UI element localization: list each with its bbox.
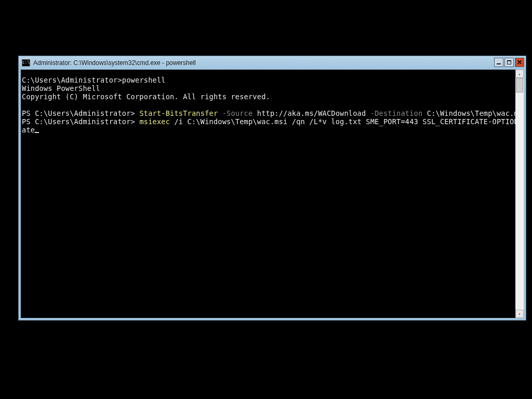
scroll-up-button[interactable]: ▴: [515, 70, 524, 78]
client-area: C:\Users\Administrator>powershell Window…: [21, 70, 524, 318]
param-destination: -Destination: [366, 109, 427, 117]
param-source: -Source: [218, 109, 257, 117]
cmd-text: powershell: [122, 76, 166, 84]
cmd-msiexec-wrap: ate: [22, 126, 35, 134]
maximize-button[interactable]: [504, 58, 514, 67]
maximize-icon: [507, 60, 511, 64]
close-icon: ✕: [517, 59, 522, 65]
cmd-window: c:\ Administrator: C:\Windows\system32\c…: [18, 56, 526, 321]
scrollbar-thumb[interactable]: [516, 78, 523, 92]
cmd-msiexec: msiexec: [139, 117, 174, 126]
vertical-scrollbar[interactable]: ▴ ▾: [515, 70, 524, 318]
minimize-icon: [497, 63, 501, 64]
cmd-prompt: C:\Users\Administrator>: [22, 76, 122, 84]
minimize-button[interactable]: [494, 58, 503, 67]
cursor: [35, 132, 39, 133]
arg-destpath: C:\Windows\Temp\wac.msi: [427, 109, 515, 117]
arg-url: http://aka.ms/WACDownload: [257, 109, 366, 117]
cmd-icon: c:\: [22, 59, 30, 66]
chevron-up-icon: ▴: [518, 72, 521, 76]
terminal-output[interactable]: C:\Users\Administrator>powershell Window…: [21, 70, 515, 318]
ps-prompt-2: PS C:\Users\Administrator>: [22, 117, 139, 126]
cmdlet-start-bitstransfer: Start-BitsTransfer: [139, 109, 218, 117]
chevron-down-icon: ▾: [518, 312, 521, 316]
window-title: Administrator: C:\Windows\system32\cmd.e…: [33, 59, 196, 66]
cmd-msiexec-args: /i C:\Windows\Temp\wac.msi /qn /L*v log.…: [174, 117, 515, 126]
ps-banner-2: Copyright (C) Microsoft Corporation. All…: [22, 92, 270, 101]
window-controls: ✕: [494, 58, 524, 67]
titlebar[interactable]: c:\ Administrator: C:\Windows\system32\c…: [19, 56, 526, 70]
ps-banner-1: Windows PowerShell: [22, 84, 100, 92]
scroll-down-button[interactable]: ▾: [515, 310, 524, 318]
ps-prompt-1: PS C:\Users\Administrator>: [22, 109, 139, 117]
close-button[interactable]: ✕: [515, 58, 524, 67]
scrollbar-track[interactable]: [515, 78, 524, 310]
